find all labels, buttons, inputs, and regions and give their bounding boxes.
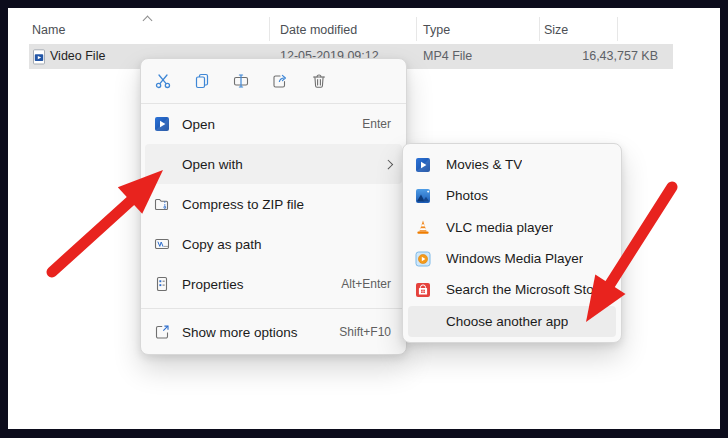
properties-icon bbox=[154, 276, 170, 292]
submenu-item-label: Windows Media Player bbox=[446, 251, 583, 266]
submenu-item-windows-media-player[interactable]: Windows Media Player bbox=[403, 243, 621, 274]
menu-item-label: Show more options bbox=[182, 325, 298, 340]
menu-divider bbox=[141, 308, 406, 309]
submenu-item-vlc[interactable]: VLC media player bbox=[403, 212, 621, 243]
menu-item-label: Compress to ZIP file bbox=[182, 197, 304, 212]
submenu-item-label: Movies & TV bbox=[446, 157, 522, 172]
movies-tv-app-icon bbox=[415, 157, 431, 173]
column-header-type[interactable]: Type bbox=[423, 23, 450, 37]
show-more-options-icon bbox=[154, 324, 170, 340]
cut-icon bbox=[154, 72, 172, 90]
menu-item-shortcut: Alt+Enter bbox=[341, 277, 391, 291]
vlc-icon bbox=[415, 219, 431, 235]
menu-item-label: Properties bbox=[182, 277, 244, 292]
copy-as-path-icon bbox=[154, 236, 170, 252]
menu-item-open[interactable]: Open Enter bbox=[141, 104, 406, 144]
microsoft-store-icon bbox=[415, 282, 431, 298]
file-explorer-content: Name Date modified Type Size Video File … bbox=[8, 8, 720, 429]
menu-item-label: Open bbox=[182, 117, 215, 132]
video-file-icon bbox=[31, 49, 47, 65]
delete-button[interactable] bbox=[309, 71, 329, 91]
column-header-name[interactable]: Name bbox=[32, 23, 65, 37]
menu-item-label: Open with bbox=[182, 157, 243, 172]
file-size: 16,43,757 KB bbox=[544, 49, 658, 63]
menu-item-copy-as-path[interactable]: Copy as path bbox=[141, 224, 406, 264]
rename-icon bbox=[232, 72, 250, 90]
empty-icon-slot bbox=[154, 156, 170, 172]
sort-ascending-chevron-icon bbox=[143, 16, 153, 26]
submenu-item-label: Search the Microsoft Store bbox=[446, 282, 606, 297]
cut-button[interactable] bbox=[153, 71, 173, 91]
column-header-date-modified[interactable]: Date modified bbox=[280, 23, 357, 37]
open-with-submenu: Movies & TV Photos bbox=[402, 143, 622, 343]
submenu-item-choose-another-app[interactable]: Choose another app bbox=[408, 306, 616, 337]
empty-icon-slot bbox=[415, 313, 431, 329]
header-separator[interactable] bbox=[269, 17, 270, 41]
submenu-item-photos[interactable]: Photos bbox=[403, 180, 621, 211]
copy-icon bbox=[193, 72, 211, 90]
submenu-item-movies-tv[interactable]: Movies & TV bbox=[403, 149, 621, 180]
menu-item-properties[interactable]: Properties Alt+Enter bbox=[141, 264, 406, 304]
header-separator[interactable] bbox=[416, 17, 417, 41]
copy-button[interactable] bbox=[192, 71, 212, 91]
movies-tv-app-icon bbox=[154, 116, 170, 132]
submenu-item-search-microsoft-store[interactable]: Search the Microsoft Store bbox=[403, 274, 621, 305]
header-separator[interactable] bbox=[617, 17, 618, 41]
screenshot-frame: Name Date modified Type Size Video File … bbox=[0, 0, 728, 438]
submenu-item-label: VLC media player bbox=[446, 220, 553, 235]
header-separator[interactable] bbox=[539, 17, 540, 41]
menu-item-open-with[interactable]: Open with bbox=[145, 144, 402, 184]
file-name: Video File bbox=[50, 49, 105, 63]
photos-app-icon bbox=[415, 188, 431, 204]
menu-item-show-more-options[interactable]: Show more options Shift+F10 bbox=[141, 311, 406, 353]
menu-item-shortcut: Shift+F10 bbox=[339, 325, 391, 339]
submenu-item-label: Photos bbox=[446, 188, 488, 203]
zip-folder-icon bbox=[154, 196, 170, 212]
rename-button[interactable] bbox=[231, 71, 251, 91]
context-menu: Open Enter Open with Compress to ZIP fil… bbox=[140, 58, 407, 355]
menu-item-label: Copy as path bbox=[182, 237, 262, 252]
share-icon bbox=[271, 72, 289, 90]
quick-actions-row bbox=[141, 59, 406, 103]
file-type: MP4 File bbox=[423, 49, 472, 63]
submenu-item-label: Choose another app bbox=[446, 314, 568, 329]
submenu-chevron-icon bbox=[383, 159, 392, 168]
menu-item-shortcut: Enter bbox=[362, 117, 391, 131]
column-header-size[interactable]: Size bbox=[544, 23, 568, 37]
menu-item-compress-to-zip[interactable]: Compress to ZIP file bbox=[141, 184, 406, 224]
delete-icon bbox=[310, 72, 328, 90]
share-button[interactable] bbox=[270, 71, 290, 91]
windows-media-player-icon bbox=[415, 251, 431, 267]
